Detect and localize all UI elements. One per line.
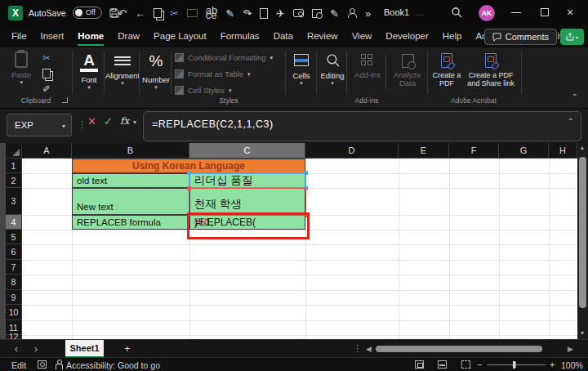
formula-input[interactable]: =REPLACEB(C2,1,1,C3) ⌃ — [143, 111, 581, 141]
document-title[interactable]: Book1 — [384, 7, 409, 17]
row-header-10[interactable]: 10 — [6, 305, 22, 320]
scrollbar-resize-handle[interactable]: ⋮ — [353, 343, 362, 354]
copy-icon[interactable] — [154, 8, 162, 18]
column-header-b[interactable]: B — [72, 143, 189, 159]
cell-b2[interactable]: old text — [72, 173, 189, 188]
column-header-a[interactable]: A — [22, 143, 72, 159]
tab-view[interactable]: View — [352, 28, 372, 46]
alignment-group-button[interactable]: Alignment ▾ — [106, 54, 139, 87]
sheet-prev-arrow[interactable]: ‹ — [15, 343, 18, 355]
page-layout-view-button[interactable] — [438, 360, 447, 369]
collapse-ribbon-chevron[interactable]: ⌃ — [572, 92, 578, 101]
more-commands-chevron[interactable]: » — [365, 7, 371, 20]
normal-view-button[interactable] — [415, 360, 424, 369]
format-painter-button[interactable]: ✐ — [42, 83, 51, 95]
column-header-e[interactable]: E — [399, 143, 449, 159]
cut-button[interactable]: ✂ — [42, 52, 51, 64]
clipboard-dialog-launcher[interactable] — [62, 97, 68, 103]
zoom-in-button[interactable]: + — [550, 360, 555, 369]
column-header-d[interactable]: D — [305, 143, 399, 159]
select-all-button[interactable] — [6, 143, 22, 159]
insert-function-button[interactable]: fx — [120, 115, 129, 127]
ink-pen-icon[interactable]: ✎▾ — [225, 7, 234, 20]
tab-data[interactable]: Data — [274, 28, 293, 46]
font-group-button[interactable]: A Font ▾ — [75, 52, 103, 91]
redo-button[interactable]: ↷▾ — [243, 7, 252, 20]
row-header-4[interactable]: 4 — [6, 215, 22, 230]
copy-button[interactable] — [42, 67, 51, 82]
sheet-lookup-icon[interactable] — [312, 9, 322, 18]
autosave-toggle[interactable]: Off — [73, 7, 102, 19]
accessibility-status[interactable]: Accessibility: Good to go — [66, 360, 160, 370]
tab-insert[interactable]: Insert — [41, 28, 65, 46]
expand-formula-bar-chevron[interactable]: ⌃ — [568, 117, 574, 126]
ribbon: Paste ▾ ✂ ✐ Clipboard A Font ▾ Alignment… — [0, 47, 588, 109]
cells-group-button[interactable]: Cells ▾ — [288, 54, 314, 87]
tab-help[interactable]: Help — [443, 28, 462, 46]
row-header-5[interactable]: 5 — [6, 230, 22, 244]
row-header-7[interactable]: 7 — [6, 260, 22, 275]
tab-developer[interactable]: Developer — [385, 28, 428, 46]
column-header-g[interactable]: G — [499, 143, 549, 159]
people-search-icon[interactable] — [347, 8, 357, 18]
editing-group-button[interactable]: Editing ▾ — [318, 53, 346, 87]
zoom-level[interactable]: 100% — [561, 360, 583, 370]
vertical-scrollbar[interactable]: ▲ ▼ — [577, 143, 588, 339]
row-header-2[interactable]: 2 — [6, 173, 22, 188]
column-header-c[interactable]: C — [189, 143, 305, 159]
maximize-button[interactable] — [541, 8, 549, 16]
zoom-slider-track[interactable] — [487, 364, 546, 365]
tab-home[interactable]: Home — [78, 28, 104, 46]
number-group-button[interactable]: % Number ▾ — [141, 52, 171, 91]
macro-record-icon[interactable] — [38, 360, 47, 369]
back-arrow-icon[interactable]: ← — [135, 7, 145, 20]
tab-draw[interactable]: Draw — [118, 28, 140, 46]
row-header-3[interactable]: 3 — [6, 188, 22, 215]
cell-b4[interactable]: REPLACEB formula — [72, 215, 189, 230]
row-header-9[interactable]: 9 — [6, 290, 22, 305]
scroll-down-arrow[interactable]: ▼ — [580, 330, 586, 336]
zoom-slider-handle[interactable] — [513, 361, 515, 369]
tab-file[interactable]: File — [11, 28, 27, 46]
comments-button[interactable]: Comments — [484, 29, 557, 45]
row-header-6[interactable]: 6 — [6, 244, 22, 260]
tab-review[interactable]: Review — [307, 28, 338, 46]
cut-icon[interactable]: ✂ — [170, 7, 179, 20]
excel-logo-icon[interactable]: X — [8, 6, 23, 20]
row-header-1[interactable]: 1 — [6, 159, 22, 173]
sheet-next-arrow[interactable]: › — [34, 343, 38, 355]
column-header-f[interactable]: F — [449, 143, 499, 159]
editing-magnifier-icon — [326, 53, 340, 67]
user-avatar[interactable]: AK — [479, 5, 495, 21]
scroll-up-arrow[interactable]: ▲ — [580, 145, 586, 150]
zoom-out-button[interactable]: − — [477, 360, 482, 369]
analyze-data-label: Analyze Data — [391, 71, 424, 87]
row-header-8[interactable]: 8 — [6, 275, 22, 290]
page-break-view-button[interactable] — [461, 360, 470, 369]
new-document-icon[interactable] — [260, 8, 268, 19]
draw-pen-icon[interactable]: ✎▾ — [330, 7, 339, 20]
cancel-button[interactable]: ✕ — [87, 115, 96, 127]
column-header-h[interactable]: H — [549, 143, 577, 159]
close-button[interactable]: × — [567, 6, 573, 19]
camera-icon[interactable] — [293, 9, 304, 17]
tab-page-layout[interactable]: Page Layout — [154, 28, 207, 46]
hscroll-left-arrow[interactable]: ◀ — [366, 345, 372, 353]
send-icon[interactable]: ✈ — [276, 7, 285, 20]
cell-b3[interactable]: New text — [72, 188, 189, 215]
conditional-formatting-icon — [175, 53, 184, 62]
create-pdf-share-button[interactable]: Create a PDF and Share link — [466, 53, 516, 87]
add-sheet-button[interactable]: + — [124, 342, 131, 355]
undo-button[interactable]: ↶▾ — [118, 7, 127, 20]
enter-button[interactable]: ✓ — [104, 115, 113, 127]
horizontal-scroll-thumb[interactable] — [376, 346, 542, 352]
sheet-tab-sheet1[interactable]: Sheet1 — [65, 340, 104, 358]
vertical-scroll-thumb[interactable] — [579, 157, 586, 308]
hscroll-right-arrow[interactable]: ▶ — [568, 345, 573, 353]
share-button[interactable]: ▾ — [560, 29, 584, 45]
horizontal-scrollbar[interactable] — [376, 346, 564, 352]
tab-formulas[interactable]: Formulas — [220, 28, 260, 46]
create-pdf-button[interactable]: Create a PDF — [430, 53, 463, 87]
name-box[interactable]: EXP ▾ — [7, 114, 72, 136]
minimize-button[interactable]: — — [511, 7, 521, 18]
